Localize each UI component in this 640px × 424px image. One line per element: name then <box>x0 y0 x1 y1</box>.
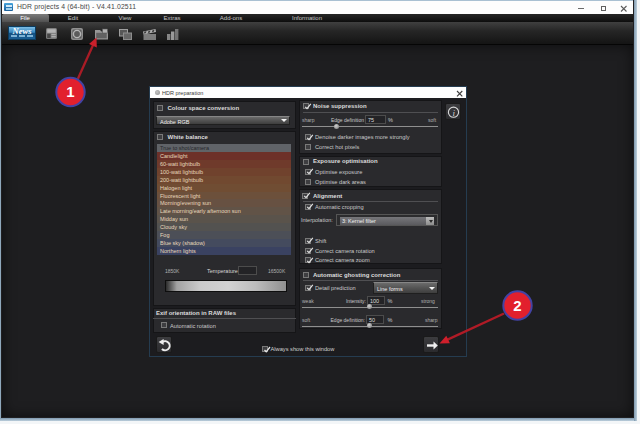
svg-text:i: i <box>453 108 456 118</box>
